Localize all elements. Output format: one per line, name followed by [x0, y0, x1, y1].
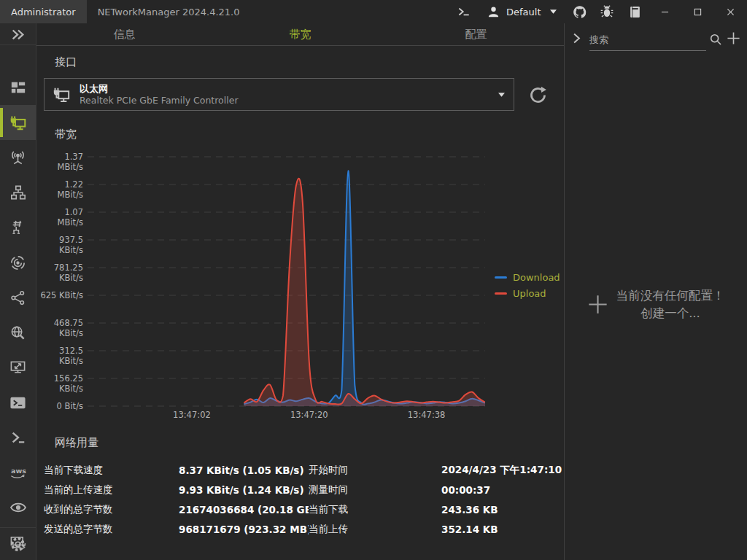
usage-value: 2024/4/23 下午1:47:10: [441, 460, 562, 480]
documentation-button[interactable]: [621, 0, 649, 23]
close-button[interactable]: [714, 0, 747, 23]
sidebar-expand-button[interactable]: [0, 23, 36, 45]
sidebar: aws: [0, 23, 36, 560]
y-axis-tick: 1.37 MBit/s: [36, 152, 83, 172]
dns-lookup-icon: [9, 324, 26, 341]
network-interface-icon: [9, 114, 27, 132]
sidebar-item-discovery-protocol[interactable]: [0, 490, 36, 525]
legend-label: Upload: [513, 288, 546, 299]
y-axis-tick: 1.07 MBit/s: [36, 207, 83, 228]
profiles-panel: 当前没有任何配置！ 创建一个...: [564, 23, 747, 560]
sidebar-item-remote-desktop[interactable]: [0, 350, 36, 385]
refresh-interfaces-button[interactable]: [522, 79, 553, 110]
chevron-right-icon: [570, 32, 583, 44]
terminal-prompt-icon: [457, 6, 471, 18]
y-axis-tick: 156.25 KBit/s: [36, 373, 83, 394]
minimize-icon: [661, 8, 669, 16]
sidebar-item-port-scanner[interactable]: [0, 210, 36, 245]
plus-icon: [727, 31, 740, 45]
sidebar-item-ip-scanner[interactable]: [0, 175, 36, 210]
usage-value: 9.93 KBit/s (1.24 KB/s): [179, 480, 309, 499]
usage-value: 352.14 KB: [441, 519, 562, 539]
interface-heading: 接口: [55, 55, 77, 69]
sidebar-item-traceroute[interactable]: [0, 280, 36, 315]
sidebar-item-wlan[interactable]: [0, 140, 36, 175]
person-icon: [487, 5, 500, 19]
profiles-empty-state[interactable]: 当前没有任何配置！ 创建一个...: [565, 287, 747, 322]
sidebar-item-settings[interactable]: [0, 528, 36, 560]
sidebar-item-ping-monitor[interactable]: [0, 245, 36, 280]
titlebar: Administrator NETworkManager 2024.4.21.0…: [0, 0, 747, 23]
maximize-button[interactable]: [681, 0, 714, 23]
profiles-expand-button[interactable]: [570, 32, 583, 44]
chart-legend: DownloadUpload: [495, 272, 560, 299]
profile-name: Default: [506, 7, 544, 18]
usage-value: 243.36 KB: [441, 499, 562, 519]
sidebar-item-network-interface[interactable]: [0, 105, 36, 140]
chart-plot-area: [88, 148, 485, 411]
usage-heading: 网络用量: [55, 436, 98, 450]
y-axis-tick: 625 KBit/s: [36, 290, 83, 300]
svg-text:aws: aws: [11, 467, 26, 475]
chevrons-right-icon: [10, 26, 26, 42]
github-button[interactable]: [565, 0, 593, 23]
bandwidth-heading: 带宽: [55, 128, 77, 141]
profiles-search-input[interactable]: [589, 29, 706, 51]
usage-label: 收到的总字节数: [44, 499, 179, 519]
y-axis-tick: 312.5 KBit/s: [36, 346, 83, 366]
dropdown-caret-icon: [498, 93, 505, 97]
aws-session-manager-icon: aws: [9, 464, 27, 481]
port-scanner-icon: [10, 219, 26, 236]
profile-selector[interactable]: Default: [478, 0, 565, 23]
external-terminal-button[interactable]: [450, 0, 478, 23]
refresh-icon: [527, 85, 549, 106]
ip-scanner-icon: [10, 184, 26, 201]
sidebar-item-dashboard[interactable]: [0, 70, 36, 105]
usage-label: 当前下载速度: [44, 460, 179, 480]
legend-label: Download: [513, 272, 560, 283]
x-axis-tick: 13:47:38: [401, 410, 452, 420]
usage-label: 发送的总字节数: [44, 519, 179, 539]
y-axis-tick: 0 Bit/s: [36, 401, 83, 411]
sidebar-item-powershell[interactable]: [0, 385, 36, 420]
dashboard-icon: [10, 79, 26, 96]
tab-bar: 信息带宽配置: [36, 23, 564, 46]
wlan-icon: [9, 149, 26, 166]
close-icon: [727, 8, 735, 16]
create-profile-plus-icon: [588, 295, 608, 314]
sidebar-item-aws-session-manager[interactable]: aws: [0, 455, 36, 490]
tab-信息[interactable]: 信息: [36, 23, 212, 45]
ethernet-adapter-icon: [52, 85, 71, 104]
usage-label: 开始时间: [309, 460, 441, 480]
download-color-dash: [495, 276, 507, 279]
usage-label: 当前的上传速度: [44, 480, 179, 499]
search-icon[interactable]: [709, 33, 722, 46]
remote-desktop-icon: [9, 359, 26, 376]
x-axis-tick: 13:47:20: [284, 410, 335, 420]
usage-label: 当前上传: [309, 519, 441, 539]
minimize-button[interactable]: [649, 0, 681, 23]
interface-dropdown[interactable]: 以太网 Realtek PCIe GbE Family Controller: [44, 78, 514, 111]
caret-down-icon: [550, 9, 557, 14]
main-area: 信息带宽配置 接口 以太网 Realtek PCIe GbE Family Co…: [36, 23, 564, 560]
adapter-description: Realtek PCIe GbE Family Controller: [80, 95, 239, 106]
y-axis-tick: 468.75 KBit/s: [36, 318, 83, 338]
github-icon: [572, 4, 587, 20]
tab-配置[interactable]: 配置: [388, 23, 564, 45]
maximize-icon: [694, 8, 702, 16]
sidebar-item-putty[interactable]: [0, 420, 36, 455]
profiles-empty-subtitle: 创建一个...: [640, 306, 700, 320]
ping-monitor-icon: [9, 254, 26, 271]
sidebar-item-dns-lookup[interactable]: [0, 315, 36, 350]
report-bug-button[interactable]: [593, 0, 621, 23]
bandwidth-page: 接口 以太网 Realtek PCIe GbE Family Controlle…: [36, 46, 564, 560]
usage-label: 当前下载: [309, 499, 441, 519]
y-axis-tick: 1.22 MBit/s: [36, 179, 83, 200]
legend-item-upload: Upload: [495, 288, 560, 299]
bandwidth-chart: DownloadUpload 1.37 MBit/s1.22 MBit/s1.0…: [36, 148, 564, 427]
tab-带宽[interactable]: 带宽: [212, 23, 388, 45]
add-profile-button[interactable]: [727, 31, 740, 45]
putty-icon: [10, 429, 26, 446]
admin-badge: Administrator: [0, 0, 87, 23]
settings-gear-icon: [9, 536, 26, 553]
